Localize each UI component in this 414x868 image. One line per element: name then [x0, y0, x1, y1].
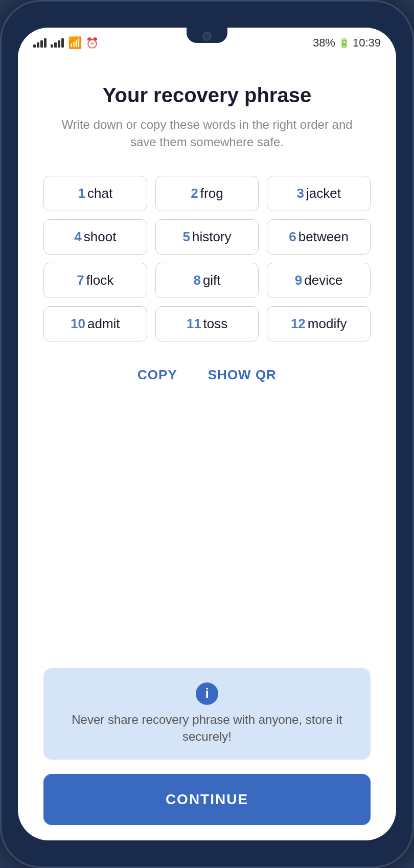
word-chip-12: 12modify [267, 306, 371, 341]
word-chip-1: 1chat [43, 176, 147, 211]
info-icon: i [196, 682, 218, 705]
word-num: 7 [77, 272, 84, 288]
word-num: 11 [187, 316, 201, 331]
word-text: chat [87, 186, 112, 201]
word-text: jacket [306, 186, 341, 201]
phone-frame: 📶 ⏰ 38% 🔋 10:39 Your recovery phrase Wri… [0, 0, 414, 868]
page-title: Your recovery phrase [43, 84, 371, 107]
word-text: device [304, 272, 342, 288]
word-num: 5 [182, 229, 190, 244]
word-num: 3 [296, 186, 304, 201]
camera [202, 32, 212, 41]
battery-icon: 🔋 [338, 37, 350, 49]
word-num: 1 [78, 186, 85, 201]
word-chip-2: 2frog [155, 176, 259, 211]
page-subtitle: Write down or copy these words in the ri… [43, 116, 371, 150]
word-chip-11: 11toss [155, 306, 259, 341]
word-chip-5: 5history [155, 219, 259, 255]
word-num: 10 [71, 316, 85, 331]
word-text: shoot [84, 229, 117, 244]
word-text: admit [87, 316, 120, 331]
show-qr-button[interactable]: SHOW QR [208, 367, 277, 383]
continue-button[interactable]: CONTINUE [43, 774, 371, 825]
copy-button[interactable]: COPY [137, 367, 177, 383]
warning-box: i Never share recovery phrase with anyon… [43, 668, 371, 760]
status-right: 38% 🔋 10:39 [313, 36, 381, 50]
main-content: Your recovery phrase Write down or copy … [18, 58, 396, 840]
word-num: 12 [291, 316, 306, 331]
word-chip-4: 4shoot [43, 219, 147, 255]
word-chip-10: 10admit [43, 306, 147, 341]
spacer [43, 403, 371, 668]
word-text: frog [200, 186, 223, 201]
word-chip-8: 8gift [155, 263, 259, 298]
word-num: 4 [74, 229, 81, 244]
word-text: gift [203, 272, 221, 288]
word-num: 9 [295, 272, 302, 288]
word-num: 2 [191, 186, 198, 201]
word-chip-7: 7flock [43, 263, 147, 298]
notch [176, 28, 238, 46]
signal-bars-1 [33, 38, 47, 48]
word-chip-3: 3jacket [267, 176, 371, 211]
word-text: flock [86, 272, 113, 288]
word-text: modify [308, 316, 347, 331]
word-chip-9: 9device [267, 263, 371, 298]
warning-text: Never share recovery phrase with anyone,… [59, 711, 355, 745]
word-num: 8 [193, 272, 200, 288]
time-display: 10:39 [353, 36, 381, 50]
battery-percent: 38% [313, 36, 335, 50]
action-row: COPY SHOW QR [43, 367, 371, 383]
wifi-icon: 📶 [68, 36, 82, 50]
phone-screen: 📶 ⏰ 38% 🔋 10:39 Your recovery phrase Wri… [18, 28, 396, 840]
signal-bars-2 [51, 38, 64, 48]
word-text: toss [203, 316, 228, 331]
word-text: between [298, 229, 349, 244]
status-left: 📶 ⏰ [33, 36, 99, 50]
word-text: history [192, 229, 232, 244]
word-chip-6: 6between [267, 219, 371, 255]
word-num: 6 [289, 229, 296, 244]
word-grid: 1chat2frog3jacket4shoot5history6between7… [43, 176, 371, 341]
alarm-icon: ⏰ [86, 37, 99, 49]
